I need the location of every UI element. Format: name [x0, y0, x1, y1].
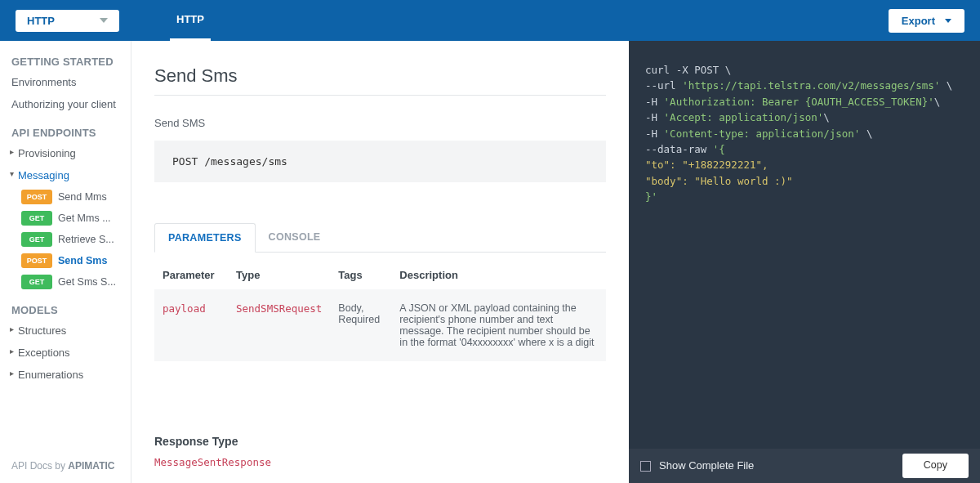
sidebar-link-authorizing[interactable]: Authorizing your client: [0, 93, 131, 115]
code-panel-footer: Show Complete File Copy: [629, 449, 980, 483]
show-complete-file-checkbox[interactable]: [640, 461, 651, 472]
page-title: Send Sms: [154, 65, 606, 96]
sidebar-method-retrieve-s[interactable]: GET Retrieve S...: [0, 229, 131, 250]
param-tags: Body, Required: [330, 289, 391, 361]
col-tags: Tags: [330, 262, 391, 289]
export-button[interactable]: Export: [889, 9, 964, 33]
method-badge-post: POST: [21, 190, 52, 204]
col-description: Description: [391, 262, 606, 289]
page-subtitle: Send SMS: [154, 117, 606, 129]
method-badge-get: GET: [21, 211, 52, 226]
method-label: Get Mms ...: [58, 212, 111, 224]
sidebar-item-structures[interactable]: Structures: [0, 320, 131, 342]
sidebar-item-messaging[interactable]: Messaging: [0, 164, 131, 186]
tab-parameters[interactable]: PARAMETERS: [154, 223, 256, 253]
col-parameter: Parameter: [154, 262, 228, 289]
sidebar-footer: API Docs by APIMATIC: [11, 460, 114, 472]
sidebar-link-environments[interactable]: Environments: [0, 71, 131, 93]
show-complete-file-label: Show Complete File: [659, 458, 894, 474]
sidebar-method-get-mms[interactable]: GET Get Mms ...: [0, 208, 131, 229]
table-row: payload SendSMSRequest Body, Required A …: [154, 289, 606, 361]
sidebar-heading-models: MODELS: [0, 301, 131, 320]
chevron-down-icon: [100, 18, 108, 23]
param-description: A JSON or XML payload containing the rec…: [391, 289, 606, 361]
sidebar-heading-api-endpoints: API ENDPOINTS: [0, 123, 131, 142]
chevron-down-icon: [945, 19, 951, 23]
method-label: Get Sms S...: [58, 276, 116, 288]
sidebar-method-get-sms-s[interactable]: GET Get Sms S...: [0, 271, 131, 293]
tab-http[interactable]: HTTP: [170, 0, 211, 41]
tab-console[interactable]: CONSOLE: [256, 223, 334, 252]
method-label: Send Sms: [58, 255, 107, 266]
sidebar-heading-getting-started: GETTING STARTED: [0, 52, 131, 71]
sidebar-method-send-mms[interactable]: POST Send Mms: [0, 186, 131, 208]
language-select-label: HTTP: [27, 15, 55, 27]
param-tabs: PARAMETERS CONSOLE: [154, 223, 606, 253]
param-type[interactable]: SendSMSRequest: [236, 302, 322, 315]
top-bar: HTTP HTTP Export: [0, 0, 980, 41]
method-badge-post: POST: [21, 253, 52, 268]
sidebar-item-exceptions[interactable]: Exceptions: [0, 342, 131, 364]
sidebar-method-send-sms[interactable]: POST Send Sms: [0, 250, 131, 271]
code-panel: curl -X POST \ --url 'https://tapi.telst…: [629, 41, 980, 483]
response-type-heading: Response Type: [154, 435, 606, 448]
param-name: payload: [163, 302, 206, 315]
response-type-value[interactable]: MessageSentResponse: [154, 456, 271, 468]
language-select[interactable]: HTTP: [16, 10, 119, 32]
parameters-table: Parameter Type Tags Description payload …: [154, 262, 606, 361]
method-label: Send Mms: [58, 191, 107, 203]
copy-button[interactable]: Copy: [902, 454, 969, 477]
method-badge-get: GET: [21, 232, 52, 247]
method-badge-get: GET: [21, 275, 52, 289]
sidebar: GETTING STARTED Environments Authorizing…: [0, 41, 131, 483]
main-content: Send Sms Send SMS POST /messages/sms PAR…: [131, 41, 629, 483]
col-type: Type: [228, 262, 330, 289]
http-request-line: POST /messages/sms: [154, 141, 606, 182]
sidebar-item-provisioning[interactable]: Provisioning: [0, 142, 131, 164]
method-label: Retrieve S...: [58, 234, 114, 245]
sidebar-item-enumerations[interactable]: Enumerations: [0, 364, 131, 386]
